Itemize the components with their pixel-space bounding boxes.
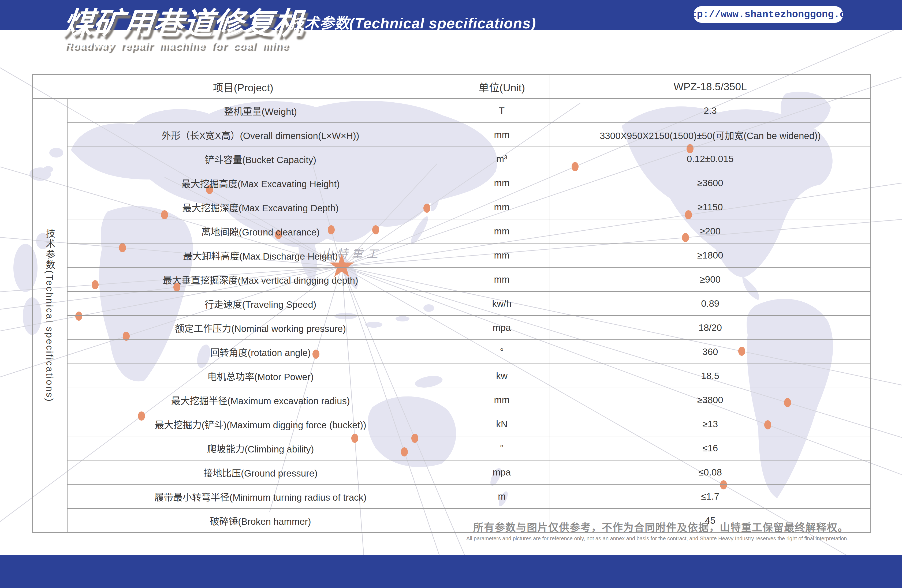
section-title: 技术参数(Technical specifications) xyxy=(290,11,536,33)
table-cell-unit: mm xyxy=(454,195,550,219)
table-row: 履带最小转弯半径(Minimum turning radius of track… xyxy=(33,484,871,508)
table-row: 行走速度(Traveling Speed)kw/h0.89 xyxy=(33,291,871,316)
table-cell-value: ≤16 xyxy=(550,436,871,460)
spec-table: 项目(Project) 单位(Unit) WPZ-18.5/350L 技术参数(… xyxy=(32,74,871,533)
table-cell-project: 最大挖掘半径(Maximum excavation radius) xyxy=(67,388,454,412)
table-row: 最大挖掘力(铲斗)(Maximum digging force (bucket)… xyxy=(33,412,871,436)
table-row: 外形（长X宽X高）(Overall dimension(L×W×H))mm330… xyxy=(33,123,871,147)
table-cell-project: 电机总功率(Motor Power) xyxy=(67,364,454,388)
table-cell-unit: mm xyxy=(454,243,550,267)
page: { "header": { "title_zh": "煤矿用巷道修复机", "t… xyxy=(0,0,902,588)
table-cell-value: ≥3600 xyxy=(550,171,871,195)
table-row: 最大挖掘高度(Max Excavating Height)mm≥3600 xyxy=(33,171,871,195)
disclaimer-zh: 所有参数与图片仅供参考，不作为合同附件及依据，山特重工保留最终解释权。 xyxy=(466,519,849,534)
table-cell-project: 最大挖掘深度(Max Excavating Depth) xyxy=(67,195,454,219)
table-cell-value: 18/20 xyxy=(550,316,871,340)
table-cell-project: 最大卸料高度(Max Discharge Height) xyxy=(67,243,454,267)
table-row: 爬坡能力(Climbing ability)°≤16 xyxy=(33,436,871,460)
table-cell-value: ≥1800 xyxy=(550,243,871,267)
table-cell-project: 外形（长X宽X高）(Overall dimension(L×W×H)) xyxy=(67,123,454,147)
table-cell-unit: mpa xyxy=(454,316,550,340)
table-cell-unit: mpa xyxy=(454,460,550,484)
table-cell-project: 履带最小转弯半径(Minimum turning radius of track… xyxy=(67,484,454,508)
table-cell-value: ≥1150 xyxy=(550,195,871,219)
table-cell-unit: ° xyxy=(454,340,550,364)
table-cell-value: 360 xyxy=(550,340,871,364)
table-cell-unit: mm xyxy=(454,388,550,412)
table-row: 铲斗容量(Bucket Capacity)m³0.12±0.015 xyxy=(33,147,871,171)
table-row: 技术参数(Technical specifications)整机重量(Weigh… xyxy=(33,99,871,123)
spec-table-body: 技术参数(Technical specifications)整机重量(Weigh… xyxy=(33,99,871,533)
table-cell-value: ≥200 xyxy=(550,219,871,243)
table-cell-value: ≥900 xyxy=(550,267,871,291)
table-cell-project: 爬坡能力(Climbing ability) xyxy=(67,436,454,460)
table-cell-project: 破碎锤(Broken hammer) xyxy=(67,508,454,533)
table-row: 最大挖掘半径(Maximum excavation radius)mm≥3800 xyxy=(33,388,871,412)
table-cell-unit: mm xyxy=(454,171,550,195)
table-cell-value: 2.3 xyxy=(550,99,871,123)
table-cell-project: 最大垂直挖掘深度(Max vertical dingging depth) xyxy=(67,267,454,291)
table-cell-unit: kw/h xyxy=(454,291,550,316)
table-cell-unit: mm xyxy=(454,267,550,291)
disclaimer-en: All parameters and pictures are for refe… xyxy=(466,535,849,542)
table-cell-project: 额定工作压力(Nominal working pressure) xyxy=(67,316,454,340)
table-cell-unit: mm xyxy=(454,219,550,243)
table-cell-unit: m³ xyxy=(454,147,550,171)
table-cell-project: 最大挖掘高度(Max Excavating Height) xyxy=(67,171,454,195)
disclaimer: 所有参数与图片仅供参考，不作为合同附件及依据，山特重工保留最终解释权。 All … xyxy=(466,519,849,542)
table-cell-project: 最大挖掘力(铲斗)(Maximum digging force (bucket)… xyxy=(67,412,454,436)
table-cell-project: 整机重量(Weight) xyxy=(67,99,454,123)
brand-subtitle: Roadway repair machine for coal mine xyxy=(65,40,289,52)
table-cell-unit: kN xyxy=(454,412,550,436)
table-cell-unit: m xyxy=(454,484,550,508)
row-group-label: 技术参数(Technical specifications) xyxy=(33,99,67,533)
table-row: 额定工作压力(Nominal working pressure)mpa18/20 xyxy=(33,316,871,340)
table-row: 接地比压(Ground pressure)mpa≤0.08 xyxy=(33,460,871,484)
table-cell-value: ≥3800 xyxy=(550,388,871,412)
table-cell-project: 铲斗容量(Bucket Capacity) xyxy=(67,147,454,171)
table-cell-value: ≤0.08 xyxy=(550,460,871,484)
table-row: 离地间隙(Ground clearance)mm≥200 xyxy=(33,219,871,243)
table-row: 回转角度(rotation angle)°360 xyxy=(33,340,871,364)
table-row: 最大挖掘深度(Max Excavating Depth)mm≥1150 xyxy=(33,195,871,219)
table-row: 电机总功率(Motor Power)kw18.5 xyxy=(33,364,871,388)
table-cell-unit: T xyxy=(454,99,550,123)
table-cell-project: 离地间隙(Ground clearance) xyxy=(67,219,454,243)
table-cell-value: 0.89 xyxy=(550,291,871,316)
table-cell-unit: mm xyxy=(454,123,550,147)
table-header-row: 项目(Project) 单位(Unit) WPZ-18.5/350L xyxy=(33,75,871,99)
table-cell-value: 18.5 xyxy=(550,364,871,388)
column-header-project: 项目(Project) xyxy=(33,75,454,99)
table-row: 最大卸料高度(Max Discharge Height)mm≥1800 xyxy=(33,243,871,267)
column-header-unit: 单位(Unit) xyxy=(454,75,550,99)
table-cell-project: 行走速度(Traveling Speed) xyxy=(67,291,454,316)
table-cell-project: 回转角度(rotation angle) xyxy=(67,340,454,364)
table-cell-value: 0.12±0.015 xyxy=(550,147,871,171)
table-cell-value: ≥13 xyxy=(550,412,871,436)
table-row: 最大垂直挖掘深度(Max vertical dingging depth)mm≥… xyxy=(33,267,871,291)
brand-title: 煤矿用巷道修复机 xyxy=(62,7,305,40)
table-cell-unit: kw xyxy=(454,364,550,388)
table-cell-project: 接地比压(Ground pressure) xyxy=(67,460,454,484)
column-header-model: WPZ-18.5/350L xyxy=(550,75,871,99)
table-cell-value: ≤1.7 xyxy=(550,484,871,508)
bottom-bar xyxy=(0,555,902,588)
table-cell-value: 3300X950X2150(1500)±50(可加宽(Can be widene… xyxy=(550,123,871,147)
table-cell-unit: ° xyxy=(454,436,550,460)
website-link[interactable]: Http://www.shantezhonggong.com xyxy=(694,6,843,23)
